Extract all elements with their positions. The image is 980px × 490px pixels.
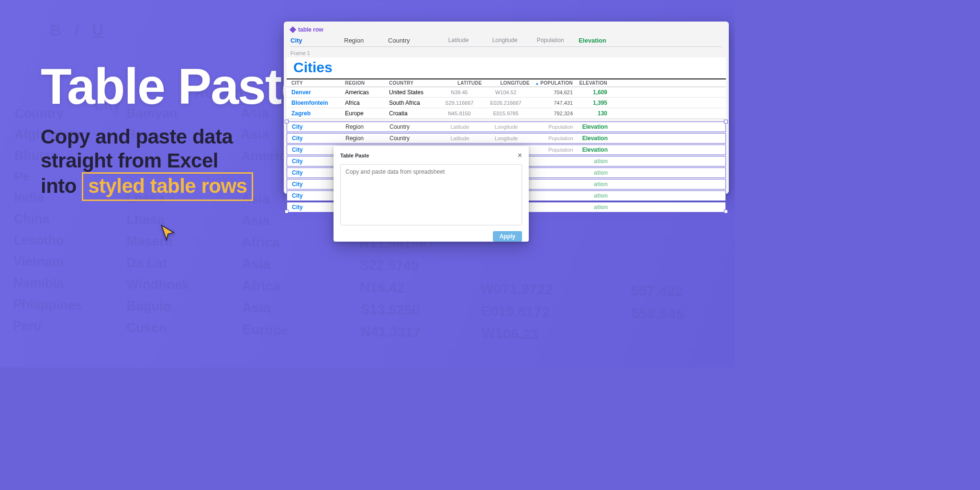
selection-handle[interactable] [285, 120, 289, 123]
component-name: table row [298, 26, 323, 33]
selection-handle[interactable] [724, 120, 728, 123]
hero-subtitle: Copy and paste data straight from Excel … [41, 125, 308, 201]
bg-font-size: 14 [154, 0, 167, 1]
bg-row: 8VietnamDa LatAsiaS22.5749 [0, 253, 735, 279]
col-population[interactable]: POPULATION [530, 80, 573, 86]
col-latitude: LATITUDE [437, 80, 482, 86]
hero: Table Paste Copy and paste data straight… [41, 57, 308, 201]
component-icon [290, 26, 296, 33]
panel-header-row: City Region Country Latitude Longitude P… [290, 37, 722, 47]
placeholder-row[interactable]: CityRegionCountryLatitudeLongitudePopula… [287, 122, 726, 132]
col-region: REGION [345, 80, 389, 86]
selection-handle[interactable] [285, 210, 289, 213]
bg-bold: B I U [50, 21, 103, 40]
col-elevation: ELEVATION [573, 80, 607, 86]
close-icon[interactable]: × [518, 152, 522, 159]
paste-textarea[interactable] [340, 164, 522, 225]
component-badge: table row [290, 26, 722, 33]
table-title: Cities [287, 57, 726, 78]
col-country: COUNTRY [389, 80, 437, 86]
hdr-elevation: Elevation [572, 37, 606, 44]
selection-handle[interactable] [724, 210, 728, 213]
hdr-region: Region [344, 37, 388, 44]
hero-highlight: styled table rows [82, 172, 253, 201]
col-city: CITY [291, 80, 345, 86]
frame-label: Frame 1 [290, 50, 722, 56]
hdr-longitude: Longitude [481, 37, 529, 44]
hero-title: Table Paste [41, 57, 308, 115]
col-longitude: LONGITUDE [482, 80, 530, 86]
table-row[interactable]: ZagrebEuropeCroatiaN45.8150E015.9785792,… [287, 108, 726, 119]
hdr-latitude: Latitude [436, 37, 481, 44]
table-row[interactable]: BloemfonteinAfricaSouth AfricaS29.116667… [287, 98, 726, 108]
table-row[interactable]: DenverAmericasUnited StatesN39.45W104.52… [287, 87, 726, 98]
table: CITY REGION COUNTRY LATITUDE LONGITUDE P… [287, 78, 726, 119]
apply-button[interactable]: Apply [493, 231, 522, 242]
cursor-icon [159, 224, 177, 241]
hdr-city: City [290, 37, 344, 44]
table-header: CITY REGION COUNTRY LATITUDE LONGITUDE P… [287, 78, 726, 87]
table-paste-dialog: Table Paste × Apply [334, 146, 529, 242]
placeholder-row[interactable]: CityRegionCountryLatitudeLongitudePopula… [287, 133, 726, 144]
hdr-population: Population [529, 37, 572, 44]
bg-font-name: Helvetica [26, 0, 78, 3]
hdr-country: Country [388, 37, 436, 44]
dialog-title: Table Paste [340, 153, 369, 158]
